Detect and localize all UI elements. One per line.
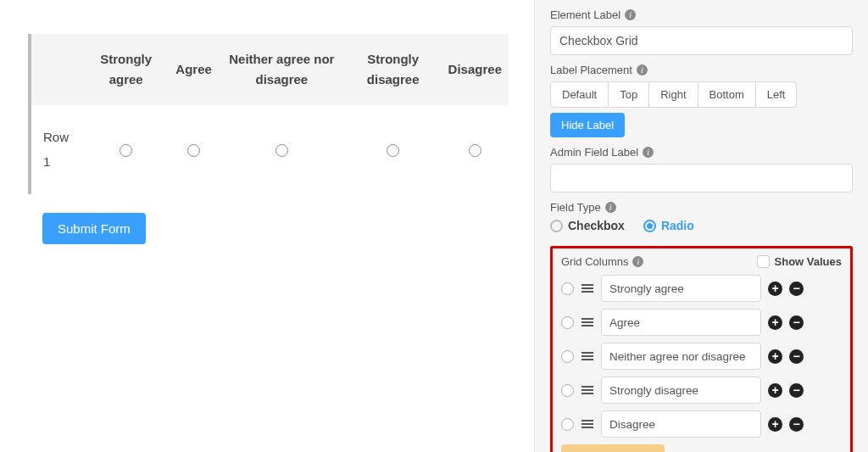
default-radio[interactable]	[561, 350, 574, 363]
column-input[interactable]	[601, 309, 761, 336]
show-values-toggle[interactable]: Show Values	[757, 255, 842, 268]
remove-column-button[interactable]: −	[789, 315, 804, 330]
grid-col-header: Disagree	[442, 34, 509, 105]
column-input[interactable]	[601, 410, 761, 438]
placement-bottom[interactable]: Bottom	[698, 81, 756, 108]
admin-label-title: Admin Field Label	[550, 146, 638, 159]
hide-label-button[interactable]: Hide Label	[550, 113, 625, 137]
add-column-button[interactable]: +	[768, 383, 782, 398]
placement-top[interactable]: Top	[609, 81, 649, 108]
default-radio[interactable]	[561, 384, 574, 397]
field-type-checkbox[interactable]: Checkbox	[550, 219, 625, 232]
grid-columns-title: Grid Columns	[561, 255, 628, 268]
element-label-title: Element Label	[550, 8, 620, 21]
add-column-button[interactable]: +	[768, 349, 782, 364]
remove-column-button[interactable]: −	[789, 383, 804, 398]
label-placement-title: Label Placement	[550, 64, 632, 76]
drag-handle-icon[interactable]	[581, 352, 594, 360]
table-row: Row 1	[31, 105, 509, 194]
info-icon[interactable]: i	[605, 202, 616, 213]
radio-option[interactable]	[387, 144, 399, 157]
drag-handle-icon[interactable]	[581, 284, 594, 293]
radio-option[interactable]	[187, 144, 200, 157]
grid-col-header: Strongly agree	[83, 34, 169, 105]
element-label-input[interactable]	[550, 26, 853, 55]
admin-label-input[interactable]	[550, 164, 853, 193]
column-row: + −	[561, 309, 842, 336]
default-radio[interactable]	[561, 316, 574, 329]
info-icon[interactable]: i	[632, 256, 643, 267]
field-type-radio[interactable]: Radio	[643, 219, 694, 232]
column-input[interactable]	[601, 275, 761, 302]
default-radio[interactable]	[561, 282, 574, 295]
add-column-button[interactable]: +	[768, 282, 782, 296]
grid-col-header: Agree	[169, 34, 219, 105]
column-input[interactable]	[601, 377, 761, 404]
placement-right[interactable]: Right	[649, 81, 698, 108]
column-row: + −	[561, 275, 842, 302]
placement-default[interactable]: Default	[550, 81, 609, 108]
row-label: Row 1	[31, 105, 83, 194]
clear-selection-button[interactable]: Clear Selection	[561, 444, 665, 452]
settings-panel: Element Label i Label Placement i Defaul…	[534, 0, 868, 452]
grid-table: Strongly agree Agree Neither agree nor d…	[31, 34, 509, 194]
default-radio[interactable]	[561, 418, 574, 431]
column-row: + −	[561, 377, 842, 404]
column-input[interactable]	[601, 343, 761, 370]
radio-option[interactable]	[275, 144, 288, 157]
drag-handle-icon[interactable]	[581, 420, 594, 428]
form-preview-pane: Strongly agree Agree Neither agree nor d…	[0, 0, 534, 452]
submit-button[interactable]: Submit Form	[42, 213, 146, 244]
add-column-button[interactable]: +	[768, 315, 782, 330]
field-type-title: Field Type	[550, 201, 601, 214]
drag-handle-icon[interactable]	[581, 386, 594, 394]
column-row: + −	[561, 343, 842, 370]
info-icon[interactable]: i	[625, 9, 636, 20]
remove-column-button[interactable]: −	[789, 417, 804, 432]
drag-handle-icon[interactable]	[581, 318, 594, 326]
checkbox-grid-card: Strongly agree Agree Neither agree nor d…	[28, 34, 509, 194]
remove-column-button[interactable]: −	[789, 282, 804, 296]
add-column-button[interactable]: +	[768, 417, 782, 432]
radio-option[interactable]	[469, 144, 481, 157]
column-row: + −	[561, 410, 842, 438]
placement-segment: Default Top Right Bottom Left	[550, 81, 853, 108]
checkbox-icon	[757, 255, 770, 268]
info-icon[interactable]: i	[643, 147, 654, 158]
info-icon[interactable]: i	[637, 64, 648, 75]
placement-left[interactable]: Left	[756, 81, 798, 108]
grid-columns-section: Grid Columns i Show Values + − + −	[550, 246, 853, 452]
remove-column-button[interactable]: −	[789, 349, 804, 364]
grid-col-header: Strongly disagree	[345, 34, 442, 105]
radio-option[interactable]	[120, 144, 132, 157]
grid-col-header: Neither agree nor disagree	[219, 34, 345, 105]
